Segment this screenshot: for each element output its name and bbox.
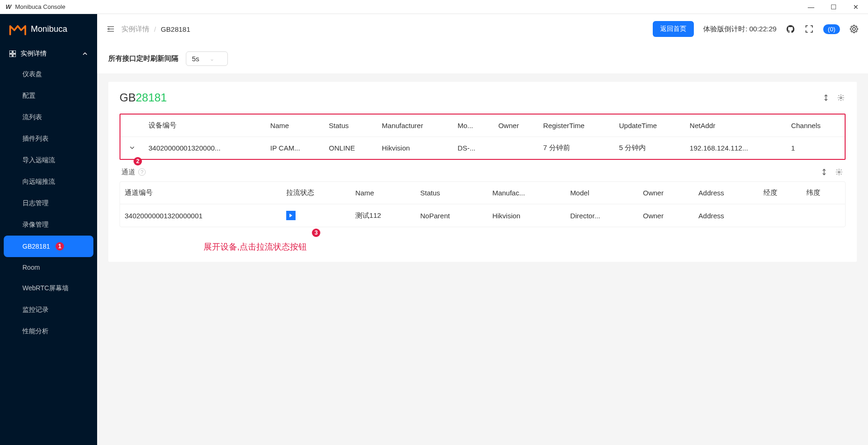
sidebar-item-streams[interactable]: 流列表 xyxy=(0,107,97,128)
card: GB28181 设备编号 Name xyxy=(108,82,857,262)
svg-rect-2 xyxy=(9,54,12,57)
maximize-button[interactable]: ☐ xyxy=(827,3,840,11)
sidebar-item-monitor[interactable]: 监控记录 xyxy=(0,299,97,321)
sidebar-item-push-remote[interactable]: 向远端推流 xyxy=(0,171,97,193)
device-row[interactable]: 2 34020000001320000... IP CAM... ONLINE … xyxy=(120,137,845,159)
menu: 实例详情 仪表盘 配置 流列表 插件列表 导入远端流 向远端推流 日志管理 录像… xyxy=(0,44,97,445)
sidebar: Monibuca 实例详情 仪表盘 配置 流列表 插件列表 导入远端流 向远端推… xyxy=(0,14,97,445)
column-height-icon[interactable] xyxy=(821,93,831,102)
settings-icon[interactable] xyxy=(849,24,859,34)
svg-point-4 xyxy=(840,97,842,99)
refresh-select[interactable]: 5s ⌄ xyxy=(186,51,228,66)
page-title: GB28181 xyxy=(120,91,167,104)
hint-text: 展开设备,点击拉流状态按钮 xyxy=(204,241,846,252)
svg-rect-1 xyxy=(13,50,16,53)
svg-point-5 xyxy=(838,171,840,173)
grid-icon xyxy=(9,50,16,57)
menu-section-label: 实例详情 xyxy=(21,50,47,58)
play-button[interactable] xyxy=(286,211,296,220)
sidebar-item-perf[interactable]: 性能分析 xyxy=(0,321,97,342)
sidebar-item-room[interactable]: Room xyxy=(0,257,97,278)
countdown: 体验版倒计时: 00:22:29 xyxy=(703,25,776,34)
content: GB28181 设备编号 Name xyxy=(97,73,868,445)
svg-rect-3 xyxy=(13,54,16,57)
chevron-down-icon: ⌄ xyxy=(210,56,214,62)
minimize-button[interactable]: — xyxy=(804,3,818,11)
sidebar-item-webrtc[interactable]: WebRTC屏幕墙 xyxy=(0,278,97,299)
channel-header-row: 通道编号 拉流状态 Name Status Manufac... Model O… xyxy=(120,182,845,204)
breadcrumb: 实例详情 / GB28181 xyxy=(121,25,191,34)
help-icon[interactable]: ? xyxy=(138,168,146,176)
github-icon[interactable] xyxy=(786,24,795,34)
sidebar-item-logs[interactable]: 日志管理 xyxy=(0,193,97,214)
channel-settings-icon[interactable] xyxy=(834,167,844,177)
refresh-label: 所有接口定时刷新间隔 xyxy=(108,54,178,63)
breadcrumb-current: GB28181 xyxy=(161,25,190,33)
callout-1: 1 xyxy=(56,242,64,251)
logo: Monibuca xyxy=(0,14,97,44)
sidebar-item-config[interactable]: 配置 xyxy=(0,85,97,107)
sidebar-item-plugins[interactable]: 插件列表 xyxy=(0,128,97,150)
callout-2: 2 xyxy=(134,157,142,165)
sidebar-item-dashboard[interactable]: 仪表盘 xyxy=(0,64,97,85)
window-titlebar: W Monibuca Console — ☐ ✕ xyxy=(0,0,868,14)
channel-column-height-icon[interactable] xyxy=(819,167,829,177)
sidebar-item-recording[interactable]: 录像管理 xyxy=(0,214,97,236)
header: 实例详情 / GB28181 返回首页 体验版倒计时: 00:22:29 (0) xyxy=(97,14,868,44)
collapse-icon[interactable] xyxy=(106,25,115,33)
menu-section-header[interactable]: 实例详情 xyxy=(0,44,97,64)
channel-row: 34020000001320000001 3 测试112 NoParent Hi… xyxy=(120,204,845,227)
home-button[interactable]: 返回首页 xyxy=(653,21,694,37)
toolbar: 所有接口定时刷新间隔 5s ⌄ xyxy=(97,44,868,73)
channel-section: 通道 ? 通道编号 拉流状态 xyxy=(120,167,846,252)
app-icon: W xyxy=(6,3,11,10)
device-table: 设备编号 Name Status Manufacturer Mo... Owne… xyxy=(120,114,846,160)
notification-badge[interactable]: (0) xyxy=(823,24,840,34)
logo-text: Monibuca xyxy=(31,24,67,34)
channel-table: 通道编号 拉流状态 Name Status Manufac... Model O… xyxy=(120,181,846,227)
breadcrumb-sep: / xyxy=(154,25,156,33)
channel-title: 通道 ? xyxy=(121,168,146,177)
window-title: Monibuca Console xyxy=(15,3,65,10)
close-button[interactable]: ✕ xyxy=(849,3,862,11)
breadcrumb-parent[interactable]: 实例详情 xyxy=(121,25,149,34)
sidebar-item-gb28181[interactable]: GB28181 1 xyxy=(4,236,93,257)
sidebar-item-import-remote[interactable]: 导入远端流 xyxy=(0,150,97,171)
fullscreen-icon[interactable] xyxy=(804,24,814,34)
svg-rect-0 xyxy=(9,50,12,53)
chevron-up-icon xyxy=(82,51,88,57)
main: 实例详情 / GB28181 返回首页 体验版倒计时: 00:22:29 (0)… xyxy=(97,14,868,445)
table-settings-icon[interactable] xyxy=(836,93,846,102)
expand-icon[interactable] xyxy=(129,144,135,152)
device-header-row: 设备编号 Name Status Manufacturer Mo... Owne… xyxy=(120,115,845,137)
callout-3: 3 xyxy=(312,229,320,237)
logo-icon xyxy=(9,22,26,36)
